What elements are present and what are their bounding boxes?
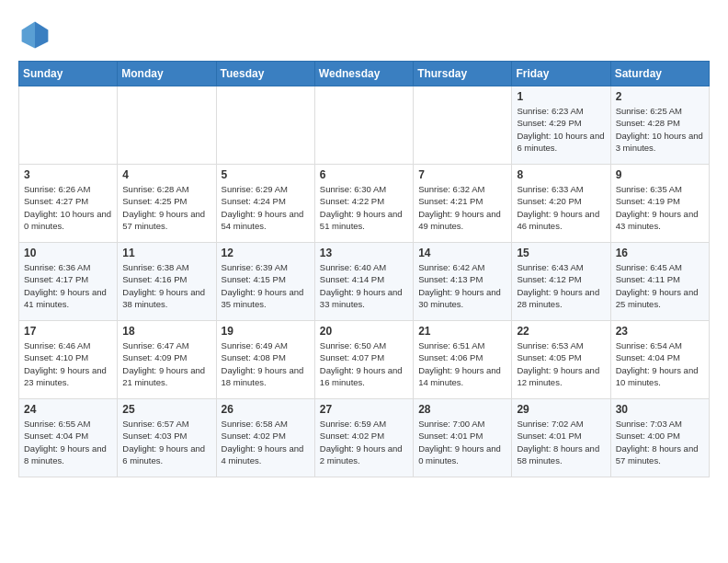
calendar-cell: 1Sunrise: 6:23 AM Sunset: 4:29 PM Daylig… [512, 86, 610, 165]
day-info: Sunrise: 6:30 AM Sunset: 4:22 PM Dayligh… [320, 183, 408, 232]
day-number: 17 [24, 325, 112, 338]
day-number: 12 [222, 247, 310, 259]
day-number: 3 [24, 168, 112, 181]
calendar-cell [118, 86, 216, 165]
svg-marker-0 [35, 22, 48, 49]
calendar-cell: 8Sunrise: 6:33 AM Sunset: 4:20 PM Daylig… [512, 165, 610, 243]
calendar-cell: 27Sunrise: 6:59 AM Sunset: 4:02 PM Dayli… [314, 399, 413, 477]
day-info: Sunrise: 6:33 AM Sunset: 4:20 PM Dayligh… [517, 183, 605, 232]
day-info: Sunrise: 6:46 AM Sunset: 4:10 PM Dayligh… [24, 339, 112, 388]
calendar-cell: 7Sunrise: 6:32 AM Sunset: 4:21 PM Daylig… [414, 165, 512, 243]
day-info: Sunrise: 6:26 AM Sunset: 4:27 PM Dayligh… [24, 183, 112, 232]
day-info: Sunrise: 7:00 AM Sunset: 4:01 PM Dayligh… [418, 418, 506, 466]
weekday-sunday: Sunday [19, 62, 118, 86]
day-number: 24 [24, 403, 112, 416]
day-info: Sunrise: 6:58 AM Sunset: 4:02 PM Dayligh… [222, 418, 310, 466]
calendar-cell [19, 86, 118, 165]
calendar-cell: 13Sunrise: 6:40 AM Sunset: 4:14 PM Dayli… [314, 243, 413, 321]
day-number: 14 [418, 247, 506, 259]
day-info: Sunrise: 6:45 AM Sunset: 4:11 PM Dayligh… [616, 261, 704, 310]
day-info: Sunrise: 6:23 AM Sunset: 4:29 PM Dayligh… [517, 105, 605, 154]
day-number: 29 [517, 403, 605, 416]
day-number: 5 [222, 168, 310, 181]
calendar-cell: 2Sunrise: 6:25 AM Sunset: 4:28 PM Daylig… [610, 86, 709, 165]
weekday-friday: Friday [512, 62, 610, 86]
calendar-cell: 9Sunrise: 6:35 AM Sunset: 4:19 PM Daylig… [610, 165, 709, 243]
calendar-cell: 22Sunrise: 6:53 AM Sunset: 4:05 PM Dayli… [512, 321, 610, 399]
day-info: Sunrise: 6:57 AM Sunset: 4:03 PM Dayligh… [122, 418, 210, 466]
day-number: 30 [616, 403, 704, 416]
calendar-cell: 18Sunrise: 6:47 AM Sunset: 4:09 PM Dayli… [118, 321, 216, 399]
day-number: 22 [517, 325, 605, 338]
calendar-cell: 19Sunrise: 6:49 AM Sunset: 4:08 PM Dayli… [216, 321, 314, 399]
day-info: Sunrise: 6:59 AM Sunset: 4:02 PM Dayligh… [320, 418, 408, 466]
day-info: Sunrise: 6:39 AM Sunset: 4:15 PM Dayligh… [222, 261, 310, 310]
weekday-tuesday: Tuesday [216, 62, 314, 86]
calendar-cell: 30Sunrise: 7:03 AM Sunset: 4:00 PM Dayli… [610, 399, 709, 477]
day-info: Sunrise: 6:51 AM Sunset: 4:06 PM Dayligh… [418, 339, 506, 388]
calendar-table: SundayMondayTuesdayWednesdayThursdayFrid… [18, 61, 710, 477]
day-info: Sunrise: 6:55 AM Sunset: 4:04 PM Dayligh… [24, 418, 112, 466]
calendar-cell: 16Sunrise: 6:45 AM Sunset: 4:11 PM Dayli… [610, 243, 709, 321]
calendar-cell: 6Sunrise: 6:30 AM Sunset: 4:22 PM Daylig… [314, 165, 413, 243]
day-number: 25 [122, 403, 210, 416]
week-row-4: 17Sunrise: 6:46 AM Sunset: 4:10 PM Dayli… [19, 321, 710, 399]
day-info: Sunrise: 7:02 AM Sunset: 4:01 PM Dayligh… [517, 418, 605, 466]
day-number: 20 [320, 325, 408, 338]
weekday-thursday: Thursday [414, 62, 512, 86]
day-number: 11 [122, 247, 210, 259]
calendar-cell: 15Sunrise: 6:43 AM Sunset: 4:12 PM Dayli… [512, 243, 610, 321]
day-number: 16 [616, 247, 704, 259]
day-number: 9 [616, 168, 704, 181]
calendar-cell: 23Sunrise: 6:54 AM Sunset: 4:04 PM Dayli… [610, 321, 709, 399]
calendar-cell: 29Sunrise: 7:02 AM Sunset: 4:01 PM Dayli… [512, 399, 610, 477]
week-row-5: 24Sunrise: 6:55 AM Sunset: 4:04 PM Dayli… [19, 399, 710, 477]
day-number: 10 [24, 247, 112, 259]
day-info: Sunrise: 6:35 AM Sunset: 4:19 PM Dayligh… [616, 183, 704, 232]
day-info: Sunrise: 6:25 AM Sunset: 4:28 PM Dayligh… [616, 105, 704, 154]
day-info: Sunrise: 6:43 AM Sunset: 4:12 PM Dayligh… [517, 261, 605, 310]
svg-marker-1 [22, 22, 35, 49]
calendar-cell: 20Sunrise: 6:50 AM Sunset: 4:07 PM Dayli… [314, 321, 413, 399]
calendar-cell [414, 86, 512, 165]
day-info: Sunrise: 6:28 AM Sunset: 4:25 PM Dayligh… [122, 183, 210, 232]
calendar-cell: 21Sunrise: 6:51 AM Sunset: 4:06 PM Dayli… [414, 321, 512, 399]
day-info: Sunrise: 6:50 AM Sunset: 4:07 PM Dayligh… [320, 339, 408, 388]
logo [18, 18, 55, 52]
calendar-cell: 11Sunrise: 6:38 AM Sunset: 4:16 PM Dayli… [118, 243, 216, 321]
day-number: 28 [418, 403, 506, 416]
day-number: 21 [418, 325, 506, 338]
day-number: 2 [616, 90, 704, 103]
day-info: Sunrise: 6:49 AM Sunset: 4:08 PM Dayligh… [222, 339, 310, 388]
day-info: Sunrise: 6:29 AM Sunset: 4:24 PM Dayligh… [222, 183, 310, 232]
week-row-3: 10Sunrise: 6:36 AM Sunset: 4:17 PM Dayli… [19, 243, 710, 321]
week-row-1: 1Sunrise: 6:23 AM Sunset: 4:29 PM Daylig… [19, 86, 710, 165]
day-number: 13 [320, 247, 408, 259]
day-info: Sunrise: 6:40 AM Sunset: 4:14 PM Dayligh… [320, 261, 408, 310]
calendar-cell: 17Sunrise: 6:46 AM Sunset: 4:10 PM Dayli… [19, 321, 118, 399]
day-number: 7 [418, 168, 506, 181]
calendar-cell: 25Sunrise: 6:57 AM Sunset: 4:03 PM Dayli… [118, 399, 216, 477]
day-info: Sunrise: 6:54 AM Sunset: 4:04 PM Dayligh… [616, 339, 704, 388]
week-row-2: 3Sunrise: 6:26 AM Sunset: 4:27 PM Daylig… [19, 165, 710, 243]
day-info: Sunrise: 6:36 AM Sunset: 4:17 PM Dayligh… [24, 261, 112, 310]
day-number: 4 [122, 168, 210, 181]
calendar-cell [314, 86, 413, 165]
weekday-monday: Monday [118, 62, 216, 86]
day-number: 1 [517, 90, 605, 103]
calendar-cell: 12Sunrise: 6:39 AM Sunset: 4:15 PM Dayli… [216, 243, 314, 321]
day-number: 8 [517, 168, 605, 181]
day-info: Sunrise: 6:53 AM Sunset: 4:05 PM Dayligh… [517, 339, 605, 388]
weekday-header-row: SundayMondayTuesdayWednesdayThursdayFrid… [19, 62, 710, 86]
weekday-saturday: Saturday [610, 62, 709, 86]
page-header [18, 18, 710, 52]
day-number: 23 [616, 325, 704, 338]
calendar-cell: 3Sunrise: 6:26 AM Sunset: 4:27 PM Daylig… [19, 165, 118, 243]
calendar-cell: 28Sunrise: 7:00 AM Sunset: 4:01 PM Dayli… [414, 399, 512, 477]
calendar-cell: 4Sunrise: 6:28 AM Sunset: 4:25 PM Daylig… [118, 165, 216, 243]
calendar-cell: 10Sunrise: 6:36 AM Sunset: 4:17 PM Dayli… [19, 243, 118, 321]
calendar-cell: 14Sunrise: 6:42 AM Sunset: 4:13 PM Dayli… [414, 243, 512, 321]
day-number: 27 [320, 403, 408, 416]
calendar-cell: 24Sunrise: 6:55 AM Sunset: 4:04 PM Dayli… [19, 399, 118, 477]
weekday-wednesday: Wednesday [314, 62, 413, 86]
